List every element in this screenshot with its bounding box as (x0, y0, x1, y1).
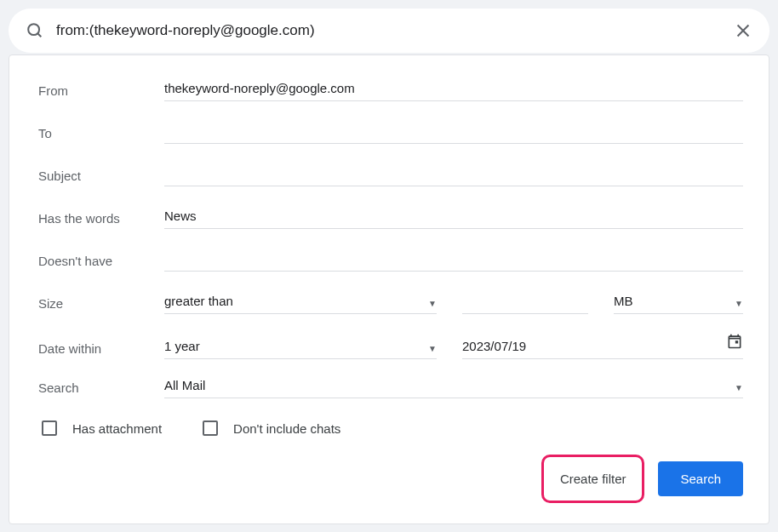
has-attachment-checkbox[interactable]: Has attachment (42, 420, 162, 436)
svg-line-1 (37, 33, 41, 37)
size-label: Size (38, 296, 164, 314)
to-field[interactable] (164, 120, 743, 144)
subject-label: Subject (38, 169, 164, 186)
date-range-select[interactable]: 1 year ▼ (164, 339, 437, 359)
size-operator-value: greater than (164, 294, 428, 308)
dont-include-chats-label: Don't include chats (233, 421, 340, 436)
doesnt-have-field[interactable] (164, 248, 743, 272)
has-words-field[interactable] (164, 205, 743, 229)
checkbox-box (203, 420, 218, 436)
date-range-value: 1 year (164, 339, 428, 353)
search-filter-panel: From To Subject Has the words Doesn't ha… (9, 54, 769, 524)
search-bar (9, 9, 769, 53)
search-input[interactable] (56, 22, 722, 39)
chevron-down-icon: ▼ (735, 299, 743, 308)
create-filter-highlight: Create filter (541, 455, 645, 503)
checkbox-box (42, 420, 57, 436)
size-operator-select[interactable]: greater than ▼ (164, 294, 437, 314)
chevron-down-icon: ▼ (428, 299, 437, 308)
search-icon (26, 21, 44, 40)
size-unit-value: MB (614, 294, 649, 308)
svg-rect-4 (735, 340, 738, 343)
dont-include-chats-checkbox[interactable]: Don't include chats (203, 420, 340, 436)
to-label: To (38, 126, 164, 144)
search-scope-select[interactable]: All Mail ▼ (164, 378, 743, 398)
subject-field[interactable] (164, 163, 743, 186)
create-filter-button[interactable]: Create filter (550, 463, 637, 495)
has-attachment-label: Has attachment (72, 421, 162, 436)
from-field[interactable] (164, 77, 743, 101)
date-within-label: Date within (38, 341, 164, 359)
doesnt-have-label: Doesn't have (38, 254, 164, 272)
has-words-label: Has the words (38, 211, 164, 229)
svg-point-0 (28, 24, 39, 35)
close-icon[interactable] (734, 21, 752, 40)
from-label: From (38, 83, 164, 101)
chevron-down-icon: ▼ (735, 383, 743, 392)
chevron-down-icon: ▼ (428, 344, 437, 353)
search-button[interactable]: Search (658, 461, 743, 496)
size-value-field[interactable] (462, 290, 588, 314)
search-scope-value: All Mail (164, 378, 735, 392)
search-scope-label: Search (38, 380, 164, 398)
date-field[interactable] (462, 339, 726, 353)
size-unit-select[interactable]: MB ▼ (614, 294, 743, 314)
calendar-icon[interactable] (726, 333, 743, 353)
